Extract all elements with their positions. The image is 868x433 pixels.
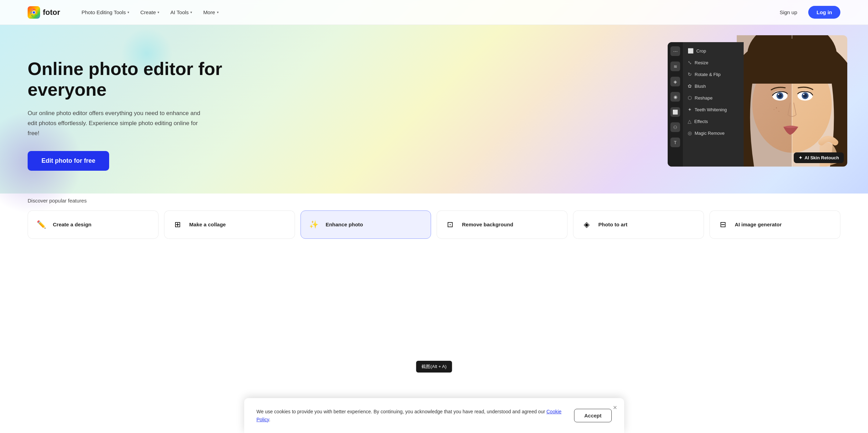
resize-icon: ⤡ [688, 60, 692, 65]
feature-card-photo-art[interactable]: ◈ Photo to art [573, 210, 704, 239]
collage-icon: ⊞ [171, 218, 184, 232]
logo[interactable]: fotor [28, 6, 60, 19]
chevron-down-icon: ▾ [127, 10, 129, 14]
svg-point-19 [779, 111, 779, 112]
svg-point-13 [778, 94, 779, 95]
hero-content: Online photo editor for everyone Our onl… [28, 59, 242, 170]
sidebar-icon-adjust: ≋ [670, 62, 680, 71]
chevron-down-icon: ▾ [158, 10, 159, 14]
nav-links: Photo Editing Tools ▾ Create ▾ AI Tools … [77, 7, 774, 18]
ai-badge: ✦ AI Skin Retouch [794, 152, 844, 163]
menu-item-rotate[interactable]: ↻ Rotate & Flip [683, 68, 744, 80]
menu-item-teeth[interactable]: ✦ Teeth Whitening [683, 104, 744, 115]
panel-sidebar: ⋯ ≋ ◈ ◉ ⬜ ⚇ T [668, 42, 683, 167]
rotate-icon: ↻ [688, 72, 692, 77]
svg-point-17 [803, 94, 804, 95]
menu-item-magic-remove[interactable]: ◎ Magic Remove [683, 127, 744, 139]
remove-bg-icon: ⊡ [443, 218, 457, 232]
hero-image: ⋯ ≋ ◈ ◉ ⬜ ⚇ T ⬜ Crop ⤡ Resize ↻ R [668, 35, 847, 173]
menu-item-crop[interactable]: ⬜ Crop [683, 45, 744, 57]
feature-card-create-design[interactable]: ✏️ Create a design [28, 210, 159, 239]
blush-icon: ✿ [688, 83, 692, 89]
hero-description: Our online photo editor offers everythin… [28, 109, 207, 139]
sidebar-icon-eye: ◉ [670, 92, 680, 102]
logo-icon [28, 6, 40, 19]
feature-name-remove-bg: Remove background [462, 221, 513, 228]
menu-item-resize[interactable]: ⤡ Resize [683, 57, 744, 68]
panel-menu: ⬜ Crop ⤡ Resize ↻ Rotate & Flip ✿ Blush … [683, 42, 744, 167]
teeth-icon: ✦ [688, 107, 692, 112]
login-button[interactable]: Log in [808, 6, 840, 19]
feature-name-enhance: Enhance photo [326, 221, 363, 228]
cta-button[interactable]: Edit photo for free [28, 151, 109, 171]
feature-name-ai-generator: AI image generator [735, 221, 782, 228]
nav-item-ai-tools[interactable]: AI Tools ▾ [165, 7, 197, 18]
chevron-down-icon: ▾ [190, 10, 192, 14]
nav-item-photo-editing[interactable]: Photo Editing Tools ▾ [77, 7, 134, 18]
features-label: Discover popular features [28, 198, 840, 204]
chevron-down-icon: ▾ [217, 10, 219, 14]
nav-auth: Sign up Log in [774, 6, 840, 19]
reshape-icon: ⬡ [688, 95, 692, 101]
features-grid: ✏️ Create a design ⊞ Make a collage ✨ En… [28, 210, 840, 239]
ai-generator-icon: ⊟ [716, 218, 730, 232]
svg-point-1 [33, 11, 35, 13]
sidebar-icon-filter: ◈ [670, 77, 680, 86]
svg-point-18 [776, 107, 777, 109]
feature-card-enhance[interactable]: ✨ Enhance photo [301, 210, 431, 239]
menu-item-effects[interactable]: △ Effects [683, 115, 744, 127]
sidebar-icon-person: ⚇ [670, 122, 680, 132]
feature-card-ai-generator[interactable]: ⊟ AI image generator [709, 210, 840, 239]
sidebar-icon-grid: ⋯ [670, 46, 680, 56]
photo-frame [737, 35, 847, 167]
feature-name-photo-art: Photo to art [598, 221, 627, 228]
hero-section: Online photo editor for everyone Our onl… [0, 25, 868, 198]
face-illustration [737, 35, 847, 167]
feature-card-collage[interactable]: ⊞ Make a collage [164, 210, 295, 239]
feature-name-create-design: Create a design [53, 221, 92, 228]
nav-item-more[interactable]: More ▾ [198, 7, 223, 18]
nav-item-create[interactable]: Create ▾ [135, 7, 164, 18]
svg-point-20 [774, 109, 774, 110]
ai-badge-label: AI Skin Retouch [804, 155, 839, 160]
signup-button[interactable]: Sign up [774, 7, 803, 18]
editor-panel: ⋯ ≋ ◈ ◉ ⬜ ⚇ T ⬜ Crop ⤡ Resize ↻ R [668, 42, 744, 167]
photo-art-icon: ◈ [580, 218, 593, 232]
logo-text: fotor [43, 8, 60, 17]
create-design-icon: ✏️ [34, 218, 48, 232]
feature-name-collage: Make a collage [189, 221, 226, 228]
navbar: fotor Photo Editing Tools ▾ Create ▾ AI … [0, 0, 868, 25]
magic-remove-icon: ◎ [688, 130, 692, 136]
menu-item-blush[interactable]: ✿ Blush [683, 80, 744, 92]
hero-title: Online photo editor for everyone [28, 59, 242, 100]
enhance-icon: ✨ [307, 218, 321, 232]
menu-item-reshape[interactable]: ⬡ Reshape [683, 92, 744, 104]
features-section: Discover popular features ✏️ Create a de… [0, 198, 868, 253]
crop-icon: ⬜ [688, 48, 694, 54]
sidebar-icon-text: T [670, 138, 680, 147]
feature-card-remove-bg[interactable]: ⊡ Remove background [437, 210, 567, 239]
ai-badge-icon: ✦ [799, 155, 802, 160]
effects-icon: △ [688, 119, 691, 124]
sidebar-icon-shape: ⬜ [670, 107, 680, 117]
